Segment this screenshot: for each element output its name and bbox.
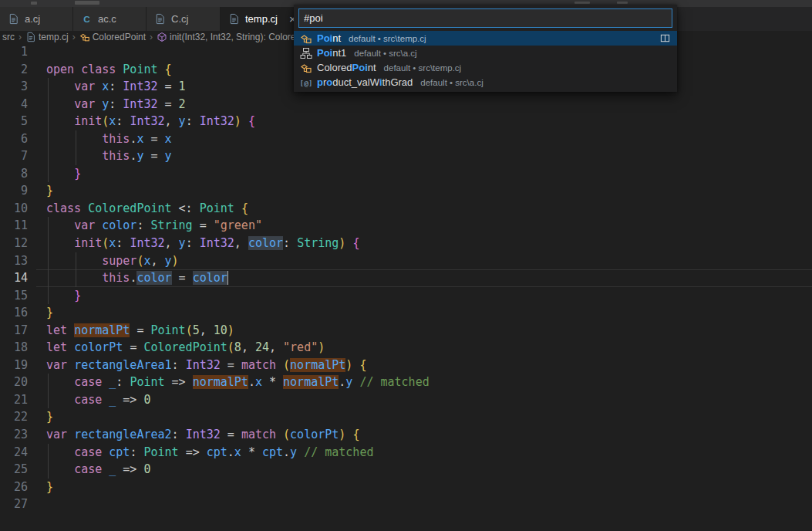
code-token: x bbox=[255, 375, 262, 389]
quick-open-result[interactable]: [@]product_valWithGraddefault • src\a.cj bbox=[294, 75, 677, 90]
code-line-23[interactable]: 23var rectangleArea2: Int32 = match (col… bbox=[0, 426, 812, 444]
code-line-21[interactable]: 21 case _ => 0 bbox=[0, 391, 812, 409]
code-token bbox=[67, 323, 74, 337]
code-token: ColoredPoint bbox=[143, 340, 227, 354]
code-line-10[interactable]: 10class ColoredPoint <: Point { bbox=[0, 200, 812, 218]
symbol-description: default • src\a.cj bbox=[420, 78, 483, 87]
split-editor-icon[interactable] bbox=[659, 32, 671, 44]
line-number[interactable]: 6 bbox=[0, 130, 28, 148]
code-line-27[interactable]: 27 bbox=[0, 495, 812, 513]
code-token bbox=[46, 132, 102, 146]
code-line-5[interactable]: 5 init(x: Int32, y: Int32) { bbox=[0, 113, 812, 130]
code-token bbox=[207, 323, 214, 337]
line-number[interactable]: 9 bbox=[0, 182, 28, 200]
quick-open-result[interactable]: ColoredPointdefault • src\temp.cj bbox=[294, 60, 677, 75]
line-number[interactable]: 5 bbox=[0, 113, 28, 130]
code-token bbox=[186, 271, 193, 285]
tab-C-cj[interactable]: C.cj bbox=[147, 7, 221, 31]
code-line-content: this.x = x bbox=[46, 130, 172, 148]
code-line-8[interactable]: 8 } bbox=[0, 165, 812, 183]
tab-temp-cj[interactable]: temp.cj× bbox=[221, 7, 298, 31]
code-line-13[interactable]: 13 super(x, y) bbox=[0, 252, 812, 270]
code-line-22[interactable]: 22} bbox=[0, 408, 812, 426]
line-number[interactable]: 15 bbox=[0, 287, 28, 305]
line-number[interactable]: 21 bbox=[0, 391, 28, 409]
code-token bbox=[158, 79, 165, 93]
code-editor[interactable]: 12open class Point {3 var x: Int32 = 14 … bbox=[0, 43, 812, 531]
code-line-14[interactable]: 14 this.color = color bbox=[0, 269, 812, 287]
line-number[interactable]: 10 bbox=[0, 200, 28, 218]
line-number[interactable]: 12 bbox=[0, 235, 28, 252]
class-icon bbox=[79, 32, 90, 42]
quick-open-input[interactable] bbox=[298, 8, 672, 28]
code-line-26[interactable]: 26} bbox=[0, 479, 812, 496]
code-line-11[interactable]: 11 var color: String = "green" bbox=[0, 217, 812, 235]
code-token: Int32 bbox=[186, 358, 221, 372]
line-number[interactable]: 11 bbox=[0, 217, 28, 235]
code-token: = bbox=[150, 149, 157, 163]
titlebar-fragment bbox=[574, 2, 590, 4]
code-line-19[interactable]: 19var rectangleArea1: Int32 = match (nor… bbox=[0, 357, 812, 374]
quick-open-result[interactable]: Point1default • src\a.cj bbox=[294, 46, 677, 60]
code-token: Point bbox=[143, 445, 178, 459]
code-line-24[interactable]: 24 case cpt: Point => cpt.x * cpt.y // m… bbox=[0, 444, 812, 462]
code-token bbox=[46, 114, 74, 128]
line-number[interactable]: 13 bbox=[0, 252, 28, 270]
code-line-7[interactable]: 7 this.y = y bbox=[0, 147, 812, 165]
code-token: var bbox=[46, 428, 67, 441]
tab-label: C.cj bbox=[171, 13, 188, 25]
line-number[interactable]: 2 bbox=[0, 61, 28, 79]
line-number[interactable]: 7 bbox=[0, 147, 28, 165]
code-line-17[interactable]: 17let normalPt = Point(5, 10) bbox=[0, 322, 812, 340]
svg-text:C: C bbox=[83, 14, 90, 24]
code-line-12[interactable]: 12 init(x: Int32, y: Int32, color: Strin… bbox=[0, 235, 812, 252]
quick-open-result[interactable]: Pointdefault • src\temp.cj bbox=[294, 31, 677, 46]
line-number[interactable]: 24 bbox=[0, 444, 28, 462]
code-token: 8 bbox=[234, 340, 241, 354]
line-number[interactable]: 27 bbox=[0, 495, 28, 513]
breadcrumb-item[interactable]: ColoredPoint bbox=[79, 32, 146, 42]
line-number[interactable]: 23 bbox=[0, 426, 28, 444]
label-text: nt1 bbox=[332, 47, 346, 59]
line-number[interactable]: 4 bbox=[0, 96, 28, 113]
code-token: match bbox=[241, 358, 276, 372]
line-number[interactable]: 22 bbox=[0, 408, 28, 426]
code-token: colorPt bbox=[74, 340, 123, 354]
code-token bbox=[276, 358, 283, 372]
code-line-6[interactable]: 6 this.x = x bbox=[0, 130, 812, 148]
code-token bbox=[221, 428, 227, 441]
line-number[interactable]: 16 bbox=[0, 304, 28, 322]
breadcrumb-item[interactable]: temp.cj bbox=[25, 32, 69, 42]
code-line-25[interactable]: 25 case _ => 0 bbox=[0, 461, 812, 479]
line-number[interactable]: 20 bbox=[0, 374, 28, 391]
tab-a-cj[interactable]: a.cj bbox=[0, 7, 73, 31]
line-number[interactable]: 17 bbox=[0, 322, 28, 340]
value-icon: [@] bbox=[300, 76, 312, 89]
code-token: * bbox=[269, 375, 276, 389]
tab-ac-c[interactable]: Cac.c bbox=[73, 7, 147, 31]
symbol-description: default • src\a.cj bbox=[354, 49, 416, 58]
code-token bbox=[172, 114, 179, 128]
code-token: class bbox=[46, 201, 81, 215]
line-number[interactable]: 25 bbox=[0, 461, 28, 479]
code-token bbox=[172, 271, 179, 285]
line-number[interactable]: 14 bbox=[0, 269, 28, 287]
line-number[interactable]: 19 bbox=[0, 357, 28, 374]
breadcrumb-item[interactable]: src bbox=[2, 32, 15, 42]
code-line-18[interactable]: 18let colorPt = ColoredPoint(8, 24, "red… bbox=[0, 339, 812, 357]
code-line-20[interactable]: 20 case _: Point => normalPt.x * normalP… bbox=[0, 374, 812, 391]
code-line-4[interactable]: 4 var y: Int32 = 2 bbox=[0, 96, 812, 113]
code-token bbox=[276, 375, 283, 389]
code-line-15[interactable]: 15 } bbox=[0, 287, 812, 305]
line-number[interactable]: 3 bbox=[0, 78, 28, 96]
match-highlight: Poi bbox=[352, 62, 368, 73]
code-line-9[interactable]: 9} bbox=[0, 182, 812, 200]
code-token: Int32 bbox=[123, 97, 157, 111]
code-token: ( bbox=[186, 323, 193, 337]
code-line-content: } bbox=[46, 182, 53, 200]
code-line-16[interactable]: 16} bbox=[0, 304, 812, 322]
line-number[interactable]: 18 bbox=[0, 339, 28, 357]
line-number[interactable]: 26 bbox=[0, 479, 28, 496]
line-number[interactable]: 8 bbox=[0, 165, 28, 183]
line-number[interactable]: 1 bbox=[0, 43, 28, 61]
